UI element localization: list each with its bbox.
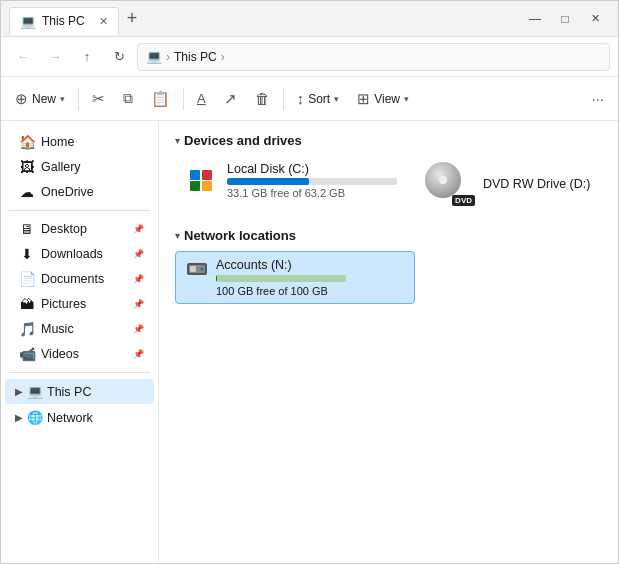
downloads-icon: ⬇ — [19, 246, 35, 262]
sidebar: 🏠 Home 🖼 Gallery ☁ OneDrive 🖥 Desktop 📌 … — [1, 121, 159, 563]
up-button[interactable]: ↑ — [73, 43, 101, 71]
main-area: 🏠 Home 🖼 Gallery ☁ OneDrive 🖥 Desktop 📌 … — [1, 121, 618, 563]
new-tab-button[interactable]: + — [123, 8, 142, 29]
sidebar-item-videos[interactable]: 📹 Videos 📌 — [5, 342, 154, 366]
separator-3 — [283, 88, 284, 110]
gallery-icon: 🖼 — [19, 159, 35, 175]
sidebar-item-label: Music — [41, 322, 127, 336]
pin-icon: 📌 — [133, 349, 144, 359]
network-chevron-icon: ▾ — [175, 230, 180, 241]
pin-icon: 📌 — [133, 274, 144, 284]
new-icon: ⊕ — [15, 90, 28, 108]
sort-dropdown-arrow: ▾ — [334, 94, 339, 104]
dvd-disc-icon — [425, 162, 461, 198]
network-drive-bar — [216, 275, 217, 282]
drive-dvd-d[interactable]: DVD DVD RW Drive (D:) — [417, 156, 598, 212]
network-accounts-n[interactable]: Accounts (N:) 100 GB free of 100 GB — [175, 251, 415, 304]
dvd-icon-wrap: DVD — [425, 162, 475, 206]
close-button[interactable]: ✕ — [580, 5, 610, 33]
tab-icon: 💻 — [20, 14, 36, 29]
sidebar-item-gallery[interactable]: 🖼 Gallery — [5, 155, 154, 179]
drives-row: Local Disk (C:) 33.1 GB free of 63.2 GB … — [175, 156, 602, 212]
paste-button[interactable]: 📋 — [143, 83, 178, 115]
path-pc-icon: 💻 — [146, 49, 162, 64]
sidebar-item-pictures[interactable]: 🏔 Pictures 📌 — [5, 292, 154, 316]
svg-rect-2 — [190, 266, 196, 272]
more-button[interactable]: ··· — [583, 83, 612, 115]
cut-button[interactable]: ✂ — [84, 83, 113, 115]
back-button[interactable]: ← — [9, 43, 37, 71]
separator-2 — [183, 88, 184, 110]
home-icon: 🏠 — [19, 134, 35, 150]
separator-1 — [78, 88, 79, 110]
new-label: New — [32, 92, 56, 106]
pin-icon: 📌 — [133, 224, 144, 234]
sidebar-item-music[interactable]: 🎵 Music 📌 — [5, 317, 154, 341]
devices-section-header[interactable]: ▾ Devices and drives — [175, 133, 602, 148]
view-icon: ⊞ — [357, 90, 370, 108]
tab-this-pc[interactable]: 💻 This PC ✕ — [9, 7, 119, 35]
view-label: View — [374, 92, 400, 106]
sidebar-item-desktop[interactable]: 🖥 Desktop 📌 — [5, 217, 154, 241]
cut-icon: ✂ — [92, 90, 105, 108]
share-button[interactable]: ↗ — [216, 83, 245, 115]
svg-point-3 — [201, 268, 204, 271]
dvd-info: DVD RW Drive (D:) — [483, 177, 590, 191]
network-drive-free: 100 GB free of 100 GB — [216, 285, 346, 297]
dvd-name: DVD RW Drive (D:) — [483, 177, 590, 191]
refresh-button[interactable]: ↻ — [105, 43, 133, 71]
dvd-badge: DVD — [452, 195, 475, 206]
view-button[interactable]: ⊞ View ▾ — [349, 83, 417, 115]
sidebar-group-label: Network — [47, 411, 93, 425]
devices-chevron-icon: ▾ — [175, 135, 180, 146]
windows-logo-red — [202, 170, 212, 180]
dvd-hole — [439, 176, 447, 184]
delete-icon: 🗑 — [255, 90, 270, 107]
network-items: Accounts (N:) 100 GB free of 100 GB — [175, 251, 602, 304]
drive-c-icon — [183, 162, 219, 198]
network-drive-icon — [186, 258, 208, 280]
network-drive-info: Accounts (N:) 100 GB free of 100 GB — [216, 258, 346, 297]
new-button[interactable]: ⊕ New ▾ — [7, 83, 73, 115]
forward-button[interactable]: → — [41, 43, 69, 71]
pin-icon: 📌 — [133, 324, 144, 334]
drive-local-c[interactable]: Local Disk (C:) 33.1 GB free of 63.2 GB — [175, 156, 405, 212]
documents-icon: 📄 — [19, 271, 35, 287]
sidebar-item-onedrive[interactable]: ☁ OneDrive — [5, 180, 154, 204]
sidebar-item-label: Documents — [41, 272, 127, 286]
maximize-button[interactable]: □ — [550, 5, 580, 33]
drive-c-bar-wrap — [227, 178, 397, 185]
sidebar-item-downloads[interactable]: ⬇ Downloads 📌 — [5, 242, 154, 266]
sidebar-divider-2 — [9, 372, 150, 373]
new-dropdown-arrow: ▾ — [60, 94, 65, 104]
network-icon: 🌐 — [27, 410, 43, 425]
more-icon: ··· — [591, 90, 604, 107]
windows-logo-green — [190, 181, 200, 191]
network-drive-bar-wrap — [216, 275, 346, 282]
minimize-button[interactable]: — — [520, 5, 550, 33]
sort-label: Sort — [308, 92, 330, 106]
sidebar-group-label: This PC — [47, 385, 91, 399]
title-bar: 💻 This PC ✕ + — □ ✕ — [1, 1, 618, 37]
music-icon: 🎵 — [19, 321, 35, 337]
copy-button[interactable]: ⧉ — [115, 83, 141, 115]
chevron-icon: ▶ — [15, 412, 23, 423]
sidebar-item-documents[interactable]: 📄 Documents 📌 — [5, 267, 154, 291]
chevron-icon: ▶ — [15, 386, 23, 397]
rename-button[interactable]: A — [189, 83, 214, 115]
delete-button[interactable]: 🗑 — [247, 83, 278, 115]
drive-c-info: Local Disk (C:) 33.1 GB free of 63.2 GB — [227, 162, 397, 199]
address-path[interactable]: 💻 › This PC › — [137, 43, 610, 71]
sort-button[interactable]: ↕ Sort ▾ — [289, 83, 348, 115]
sidebar-divider-1 — [9, 210, 150, 211]
sidebar-group-network[interactable]: ▶ 🌐 Network — [5, 405, 154, 430]
sidebar-item-label: Home — [41, 135, 144, 149]
tab-close-button[interactable]: ✕ — [99, 15, 108, 28]
sidebar-group-this-pc[interactable]: ▶ 💻 This PC — [5, 379, 154, 404]
path-separator-1: › — [166, 50, 170, 64]
sidebar-item-home[interactable]: 🏠 Home — [5, 130, 154, 154]
onedrive-icon: ☁ — [19, 184, 35, 200]
desktop-icon: 🖥 — [19, 221, 35, 237]
network-section-header[interactable]: ▾ Network locations — [175, 228, 602, 243]
toolbar: ⊕ New ▾ ✂ ⧉ 📋 A ↗ 🗑 ↕ Sort ▾ ⊞ — [1, 77, 618, 121]
